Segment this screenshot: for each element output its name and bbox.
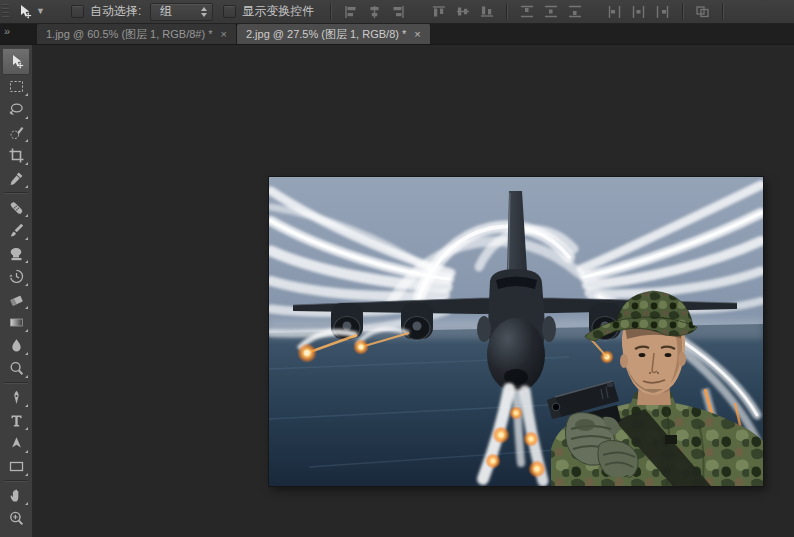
options-bar: ▼ 自动选择: 组 显示变换控件 [0, 0, 794, 24]
canvas-area[interactable] [33, 45, 794, 537]
gunship-soldier-photo [269, 177, 763, 486]
pen-tool[interactable] [2, 386, 30, 409]
flyout-indicator-icon [25, 139, 28, 142]
tab-label: 1.jpg @ 60.5% (图层 1, RGB/8#) * [46, 27, 212, 42]
align-buttons [339, 3, 731, 20]
align-left-edges-button[interactable] [343, 4, 359, 20]
history-brush-icon [8, 268, 25, 285]
tools-panel [0, 45, 33, 537]
eraser-icon [8, 291, 25, 308]
move-tool[interactable] [2, 48, 30, 75]
close-icon[interactable]: × [414, 28, 420, 40]
tools-panel-header: » [0, 24, 37, 44]
healing-brush-icon [8, 199, 25, 216]
align-bottom-edges-button[interactable] [479, 4, 495, 20]
rectangle-icon [8, 458, 25, 475]
hand-icon [8, 487, 25, 504]
distribute-left-edges-icon [607, 4, 623, 20]
flyout-indicator-icon [25, 404, 28, 407]
auto-select-mode-value: 组 [160, 3, 172, 20]
document-image[interactable] [269, 177, 763, 486]
distribute-vertical-centers-icon [543, 4, 559, 20]
flyout-indicator-icon [25, 375, 28, 378]
photoshop-window: { "colors": { "options_bar_bg": "#3a3a3a… [0, 0, 794, 537]
flyout-indicator-icon [25, 502, 28, 505]
tab-label: 2.jpg @ 27.5% (图层 1, RGB/8) * [246, 27, 406, 42]
rectangular-marquee-tool[interactable] [2, 75, 30, 98]
options-separator [330, 3, 332, 20]
brush-icon [8, 222, 25, 239]
flyout-indicator-icon [25, 329, 28, 332]
marquee-icon [8, 78, 25, 95]
clone-stamp-icon [8, 245, 25, 262]
flyout-indicator-icon [25, 185, 28, 188]
quick-selection-tool[interactable] [2, 121, 30, 144]
document-tab-1[interactable]: 1.jpg @ 60.5% (图层 1, RGB/8#) * × [37, 24, 237, 44]
zoom-icon [8, 510, 25, 527]
document-tab-2[interactable]: 2.jpg @ 27.5% (图层 1, RGB/8) * × [237, 24, 431, 44]
crop-tool[interactable] [2, 144, 30, 167]
rectangle-tool[interactable] [2, 455, 30, 478]
eyedropper-tool[interactable] [2, 167, 30, 190]
distribute-horizontal-centers-icon [631, 4, 647, 20]
crop-icon [8, 147, 25, 164]
horizontal-type-tool[interactable] [2, 409, 30, 432]
spinner-updown-icon [201, 7, 207, 17]
tools-group-separator [4, 192, 28, 194]
flyout-indicator-icon [25, 237, 28, 240]
dodge-tool[interactable] [2, 357, 30, 380]
auto-select-label: 自动选择: [90, 3, 141, 20]
auto-align-layers-icon [695, 4, 711, 20]
eraser-tool[interactable] [2, 288, 30, 311]
gradient-tool[interactable] [2, 311, 30, 334]
distribute-right-edges-icon [655, 4, 671, 20]
path-selection-tool[interactable] [2, 432, 30, 455]
distribute-left-edges-button[interactable] [607, 4, 623, 20]
show-transform-checkbox[interactable] [223, 5, 236, 18]
double-chevron-collapse-icon[interactable]: » [4, 25, 10, 37]
options-separator [722, 3, 724, 20]
lasso-tool[interactable] [2, 98, 30, 121]
flyout-indicator-icon [25, 450, 28, 453]
distribute-top-edges-icon [519, 4, 535, 20]
lasso-icon [8, 101, 25, 118]
distribute-vertical-centers-button[interactable] [543, 4, 559, 20]
tools-group-separator [4, 382, 28, 384]
align-vertical-centers-icon [455, 4, 471, 20]
distribute-bottom-edges-button[interactable] [567, 4, 583, 20]
align-horizontal-centers-button[interactable] [367, 4, 383, 20]
path-selection-icon [8, 435, 25, 452]
chevron-down-icon: ▼ [36, 7, 45, 16]
align-vertical-centers-button[interactable] [455, 4, 471, 20]
align-horizontal-centers-icon [367, 4, 383, 20]
auto-select-checkbox[interactable] [71, 5, 84, 18]
flyout-indicator-icon [25, 473, 28, 476]
auto-align-layers-button[interactable] [695, 4, 711, 20]
flyout-indicator-icon [25, 116, 28, 119]
align-right-edges-icon [391, 4, 407, 20]
flyout-indicator-icon [25, 93, 28, 96]
history-brush-tool[interactable] [2, 265, 30, 288]
options-bar-grip[interactable] [2, 4, 9, 20]
type-icon [8, 412, 25, 429]
blur-tool[interactable] [2, 334, 30, 357]
distribute-top-edges-button[interactable] [519, 4, 535, 20]
blur-icon [8, 337, 25, 354]
hand-tool[interactable] [2, 484, 30, 507]
options-separator [506, 3, 508, 20]
align-top-edges-button[interactable] [431, 4, 447, 20]
eyedropper-icon [8, 170, 25, 187]
distribute-right-edges-button[interactable] [655, 4, 671, 20]
align-right-edges-button[interactable] [391, 4, 407, 20]
clone-stamp-tool[interactable] [2, 242, 30, 265]
zoom-tool[interactable] [2, 507, 30, 530]
brush-tool[interactable] [2, 219, 30, 242]
flyout-indicator-icon [25, 214, 28, 217]
close-icon[interactable]: × [220, 28, 226, 40]
distribute-horizontal-centers-button[interactable] [631, 4, 647, 20]
align-bottom-edges-icon [479, 4, 495, 20]
auto-select-mode-dropdown[interactable]: 组 [150, 3, 213, 21]
spot-healing-brush-tool[interactable] [2, 196, 30, 219]
flyout-indicator-icon [25, 352, 28, 355]
tool-preset-picker[interactable]: ▼ [14, 3, 53, 20]
